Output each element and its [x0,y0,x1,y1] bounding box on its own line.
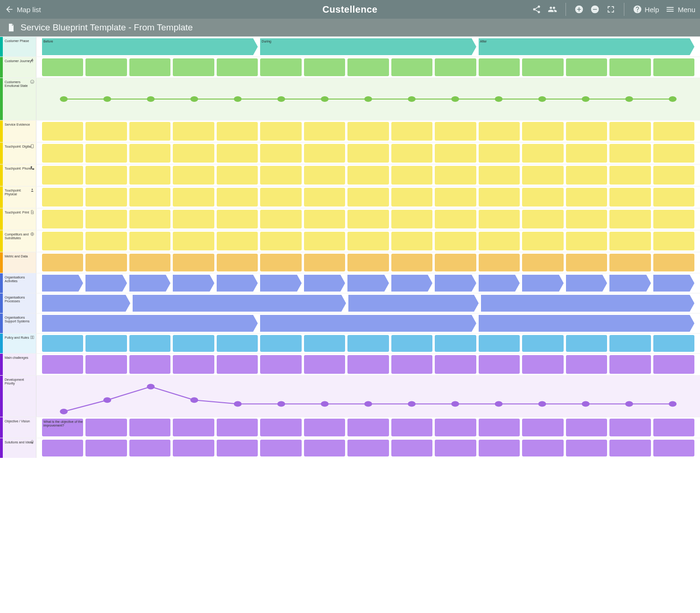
card[interactable] [85,254,127,271]
lane-body[interactable] [36,438,700,458]
card[interactable] [391,355,432,374]
card[interactable] [260,335,301,352]
card[interactable] [304,419,345,436]
lane-body[interactable] [36,186,700,208]
card[interactable] [566,355,607,374]
card[interactable] [653,144,694,163]
back-button[interactable]: Map list [5,5,41,14]
card[interactable] [522,440,563,456]
chevron-card[interactable] [133,295,341,312]
card[interactable] [653,419,694,436]
card[interactable] [566,166,607,185]
blueprint-board[interactable]: Customer Phase BeforeDuringAfter Custome… [0,36,700,458]
card[interactable] [304,355,345,374]
card[interactable] [609,232,651,250]
zoom-in-button[interactable] [574,5,584,14]
card[interactable] [479,122,520,141]
chevron-card[interactable] [479,275,515,292]
card[interactable] [566,232,607,250]
card[interactable] [129,122,170,141]
card[interactable] [42,210,83,228]
card[interactable] [435,419,476,436]
card[interactable] [347,335,389,352]
card[interactable] [522,210,563,228]
lane-label[interactable]: Metric and Data [3,252,36,273]
chevron-card[interactable] [304,275,340,292]
card[interactable] [129,58,170,76]
collaborators-button[interactable] [548,5,557,14]
card[interactable] [129,254,170,271]
chevron-card[interactable] [42,275,78,292]
lane-label[interactable]: Competitors and Substitutes [3,230,36,252]
card[interactable] [347,188,389,207]
card[interactable] [479,58,520,76]
card[interactable] [347,58,389,76]
card[interactable] [435,355,476,374]
card[interactable] [217,122,258,141]
card[interactable] [653,440,694,456]
card[interactable] [479,188,520,207]
card[interactable] [129,166,170,185]
card[interactable] [173,188,214,207]
card[interactable] [391,188,432,207]
card[interactable] [42,254,83,271]
card[interactable] [566,58,607,76]
card[interactable] [435,188,476,207]
chevron-card[interactable] [522,275,559,292]
card[interactable] [347,210,389,228]
lane-body[interactable] [36,78,700,120]
card[interactable] [129,335,170,352]
phase-card[interactable]: During [260,38,471,55]
card[interactable] [42,188,83,207]
card[interactable] [304,210,345,228]
lane-body[interactable] [36,208,700,230]
lane-label[interactable]: Organisations Activities [3,273,36,293]
card[interactable] [304,166,345,185]
card[interactable] [435,144,476,163]
lane-label[interactable]: Policy and Rules [3,334,36,353]
chevron-card[interactable] [260,275,297,292]
card[interactable] [435,254,476,271]
card[interactable] [260,210,301,228]
card[interactable] [609,144,651,163]
card[interactable] [391,122,432,141]
card[interactable] [522,419,563,436]
card[interactable] [566,335,607,352]
lane-body[interactable] [36,314,700,333]
card[interactable] [173,232,214,250]
priority-curve[interactable] [42,377,694,415]
card[interactable] [391,58,432,76]
card[interactable] [435,210,476,228]
chevron-card[interactable] [479,315,690,332]
card[interactable] [304,335,345,352]
lane-label[interactable]: Customer Phase [3,37,36,57]
card[interactable] [435,166,476,185]
card[interactable] [566,419,607,436]
card[interactable] [391,144,432,163]
lane-label[interactable]: Objective / Vision [3,417,36,438]
card[interactable] [129,440,170,456]
card[interactable] [435,122,476,141]
lane-label[interactable]: Solutions and Ideas [3,438,36,458]
lane-body[interactable] [36,57,700,78]
chevron-card[interactable] [653,275,690,292]
card[interactable] [609,335,651,352]
card[interactable] [522,355,563,374]
lane-body[interactable]: BeforeDuringAfter [36,37,700,57]
card[interactable] [609,166,651,185]
lane-body[interactable] [36,252,700,273]
card[interactable] [522,166,563,185]
card[interactable] [566,254,607,271]
card[interactable] [391,335,432,352]
chevron-card[interactable] [42,295,126,312]
card[interactable] [391,254,432,271]
card[interactable] [391,210,432,228]
card[interactable] [653,335,694,352]
card[interactable] [653,232,694,250]
lane-body[interactable] [36,121,700,142]
card[interactable] [304,144,345,163]
card[interactable] [85,419,127,436]
card[interactable] [347,166,389,185]
card[interactable] [85,232,127,250]
card[interactable] [173,166,214,185]
